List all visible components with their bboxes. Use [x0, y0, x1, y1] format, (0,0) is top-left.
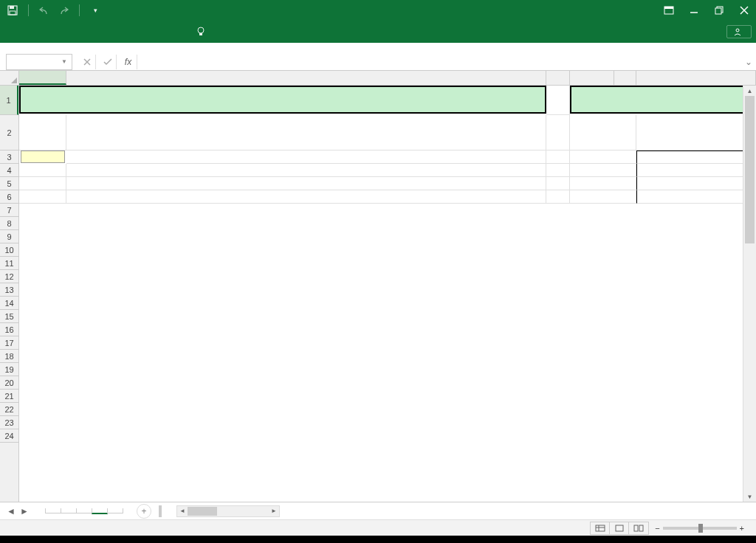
restore-icon[interactable] — [713, 4, 725, 16]
tab-view[interactable] — [149, 27, 170, 36]
minimize-icon[interactable] — [688, 4, 700, 16]
view-pagelayout-icon[interactable] — [610, 522, 629, 534]
scroll-left-icon[interactable]: ◄ — [177, 506, 188, 516]
share-icon — [733, 27, 742, 36]
row-header-19[interactable]: 19 — [0, 363, 18, 376]
formula-input[interactable] — [137, 55, 741, 69]
chevron-down-icon[interactable]: ▼ — [61, 58, 67, 65]
zoom-slider[interactable]: − + — [655, 524, 744, 533]
cell-r3c6[interactable] — [636, 151, 755, 164]
redo-icon[interactable] — [57, 4, 70, 17]
row-header-18[interactable]: 18 — [0, 350, 18, 363]
svg-rect-2 — [10, 11, 16, 15]
row-header-1[interactable]: 1 — [0, 86, 18, 115]
tab-formulas[interactable] — [87, 27, 108, 36]
cell-r3c2[interactable] — [66, 151, 546, 164]
row-header-24[interactable]: 24 — [0, 429, 18, 443]
row-header-14[interactable]: 14 — [0, 297, 18, 310]
fx-icon[interactable]: fx — [120, 55, 137, 69]
scroll-down-icon[interactable]: ▼ — [743, 491, 756, 502]
tab-review[interactable] — [128, 27, 149, 36]
zoom-thumb[interactable] — [698, 524, 703, 533]
cell-r4c6[interactable] — [636, 164, 755, 177]
cell-label-name[interactable] — [21, 151, 65, 163]
scroll-up-icon[interactable]: ▲ — [743, 86, 756, 96]
undo-icon[interactable] — [38, 4, 51, 17]
tab-nav-ellipsis[interactable] — [32, 506, 43, 516]
cell-title-file[interactable] — [570, 86, 755, 114]
cell-title-method[interactable] — [19, 86, 546, 114]
svg-rect-20 — [639, 525, 643, 531]
row-header-2[interactable]: 2 — [0, 115, 18, 151]
zoom-track[interactable] — [663, 527, 737, 530]
row-header-6[interactable]: 6 — [0, 190, 18, 204]
cell-r6c6[interactable] — [636, 190, 755, 204]
svg-point-12 — [736, 29, 739, 32]
svg-rect-7 — [715, 8, 721, 14]
tab-file[interactable] — [4, 27, 25, 36]
vertical-scrollbar[interactable]: ▲ ▼ — [743, 86, 756, 502]
new-sheet-button[interactable]: + — [137, 504, 151, 519]
row-header-9[interactable]: 9 — [0, 230, 18, 243]
tab-home[interactable] — [25, 27, 46, 36]
col-header-1[interactable] — [19, 71, 66, 85]
row-header-8[interactable]: 8 — [0, 217, 18, 230]
sheet-tab-4[interactable] — [107, 508, 123, 513]
cell-grid[interactable] — [19, 86, 743, 502]
sheet-tab-3[interactable] — [92, 508, 108, 514]
tab-nav-first-icon[interactable]: ◄ — [6, 506, 16, 516]
svg-rect-11 — [199, 33, 202, 35]
row-header-7[interactable]: 7 — [0, 204, 18, 217]
col-header-2[interactable] — [66, 71, 546, 85]
horizontal-scrollbar[interactable]: ◄ ► — [176, 505, 280, 517]
view-normal-icon[interactable] — [591, 522, 610, 534]
col-header-6[interactable] — [614, 71, 636, 85]
row-header-15[interactable]: 15 — [0, 310, 18, 323]
row-header-13[interactable]: 13 — [0, 283, 18, 297]
row-header-5[interactable]: 5 — [0, 177, 18, 190]
cancel-icon[interactable] — [78, 55, 96, 69]
vscroll-thumb[interactable] — [745, 96, 755, 243]
save-icon[interactable] — [6, 4, 19, 17]
row-header-11[interactable]: 11 — [0, 257, 18, 270]
sheet-tab-2[interactable] — [76, 508, 92, 513]
tab-pagelayout[interactable] — [66, 27, 87, 36]
sheet-tab-1[interactable] — [61, 508, 77, 513]
tab-nav-prev-icon[interactable]: ► — [19, 506, 30, 516]
row-header-21[interactable]: 21 — [0, 390, 18, 403]
col-header-5[interactable] — [570, 71, 614, 85]
row-header-20[interactable]: 20 — [0, 376, 18, 390]
bulb-icon — [196, 27, 205, 37]
zoom-out-icon[interactable]: − — [655, 524, 659, 533]
name-box[interactable]: ▼ — [6, 54, 72, 70]
share-button[interactable] — [726, 25, 752, 38]
scroll-right-icon[interactable]: ► — [269, 506, 279, 516]
tab-split-handle[interactable] — [159, 505, 162, 517]
row-header-12[interactable]: 12 — [0, 270, 18, 283]
qat-customize-icon[interactable]: ▾ — [89, 4, 102, 17]
row-header-4[interactable]: 4 — [0, 164, 18, 177]
svg-rect-18 — [616, 525, 623, 531]
formula-bar: ▼ fx ⌄ — [0, 53, 756, 71]
hscroll-thumb[interactable] — [188, 507, 217, 516]
tell-me[interactable] — [190, 27, 214, 37]
tab-team[interactable] — [170, 27, 190, 36]
col-header-4[interactable] — [546, 71, 570, 85]
zoom-in-icon[interactable]: + — [740, 524, 744, 533]
row-header-16[interactable]: 16 — [0, 323, 18, 336]
cell-r5c6[interactable] — [636, 177, 755, 190]
enter-icon[interactable] — [99, 55, 117, 69]
row-header-17[interactable]: 17 — [0, 336, 18, 350]
sheet-tab-0[interactable] — [45, 508, 61, 513]
view-pagebreak-icon[interactable] — [629, 522, 648, 534]
formula-expand-icon[interactable]: ⌄ — [741, 57, 756, 67]
row-header-22[interactable]: 22 — [0, 403, 18, 416]
row-header-3[interactable]: 3 — [0, 151, 18, 164]
row-header-23[interactable]: 23 — [0, 416, 18, 429]
close-icon[interactable] — [738, 4, 750, 16]
select-all-button[interactable] — [0, 71, 19, 86]
row-header-10[interactable]: 10 — [0, 243, 18, 257]
tab-insert[interactable] — [46, 27, 66, 36]
tab-data[interactable] — [108, 27, 128, 36]
ribbon-display-icon[interactable] — [663, 4, 675, 16]
